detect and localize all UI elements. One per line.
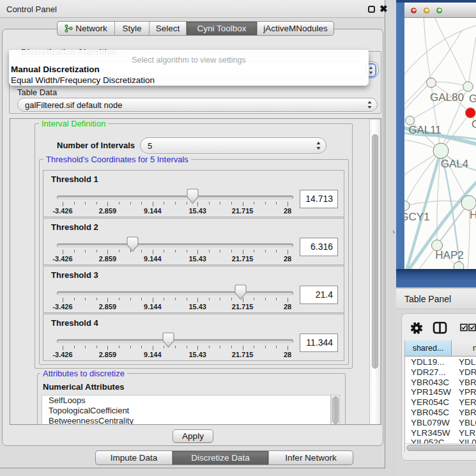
threshold-slider-track[interactable] xyxy=(57,339,293,343)
tab-style[interactable]: Style xyxy=(114,21,149,36)
graph-edge xyxy=(404,24,476,79)
number-of-intervals-select[interactable]: 5 xyxy=(140,137,326,154)
table-horizontal-scrollbar[interactable] xyxy=(405,443,476,452)
slider-tick-label: -3.426 xyxy=(47,303,79,311)
control-panel-titlebar[interactable]: Control Panel ✖ xyxy=(0,0,385,18)
tab-impute-data[interactable]: Impute Data xyxy=(95,450,172,465)
table-row[interactable]: YDL19...YDL19... xyxy=(405,357,476,367)
slider-tick-label: 2.859 xyxy=(91,207,123,215)
attribute-list-item[interactable]: TopologicalCoefficient xyxy=(42,406,330,416)
algorithm-option[interactable]: Manual Discretization xyxy=(11,65,100,74)
slider-major-tick xyxy=(153,250,153,254)
minimize-traffic-light[interactable] xyxy=(424,8,429,13)
table-row[interactable]: YDR27...YDR27... xyxy=(405,367,476,377)
slider-minor-tick xyxy=(175,346,176,348)
table-row[interactable]: YBL079WYBL079W xyxy=(405,418,476,427)
slider-minor-tick xyxy=(96,202,97,204)
threshold-value-field[interactable]: 11.344 xyxy=(300,334,338,352)
gear-icon[interactable] xyxy=(411,322,423,334)
table-cell-shared-name: YBR043C xyxy=(411,378,449,387)
table-data-label: Table Data xyxy=(17,88,57,97)
tab-discretize-data[interactable]: Discretize Data xyxy=(172,450,268,465)
apply-button[interactable]: Apply xyxy=(173,429,213,443)
threshold-slider-thumb[interactable] xyxy=(162,332,174,348)
slider-tick-label: 21.715 xyxy=(227,255,259,263)
slider-tick-label: 28 xyxy=(272,207,303,215)
slider-major-tick xyxy=(63,298,63,302)
close-traffic-light[interactable] xyxy=(411,8,417,13)
attributes-group-title: Attributes to discretize xyxy=(40,369,127,378)
threshold-slider-thumb[interactable] xyxy=(234,284,247,300)
threshold-panel: Threshold 3-3.4262.8599.14415.4321.71528… xyxy=(43,266,344,313)
slider-major-tick xyxy=(243,346,243,350)
slider-minor-tick xyxy=(85,298,86,300)
attributes-list-scrollbar-thumb[interactable] xyxy=(332,396,339,424)
settings-scrollbar-thumb[interactable] xyxy=(372,134,378,369)
checkbox-icon[interactable] xyxy=(469,325,475,331)
slider-minor-tick xyxy=(119,298,119,300)
table-data-select[interactable]: galFiltered.sif default node xyxy=(17,98,378,112)
graph-node-label: GAL xyxy=(469,93,476,105)
threshold-slider-thumb[interactable] xyxy=(187,188,199,204)
slider-major-tick xyxy=(107,346,108,350)
slider-minor-tick xyxy=(141,202,142,204)
threshold-value-field[interactable]: 14.713 xyxy=(300,190,338,208)
slider-minor-tick xyxy=(209,202,210,204)
slider-major-tick xyxy=(153,346,153,350)
table-row[interactable]: YLR345WYLR345W xyxy=(405,428,476,438)
interval-definition-group-title: Interval Definition xyxy=(39,119,108,128)
table-cell-shared-name: YPR145W xyxy=(411,387,451,397)
table-toolbar xyxy=(404,318,476,339)
attribute-list-item[interactable]: SelfLoops xyxy=(42,395,330,406)
slider-minor-tick xyxy=(209,250,210,252)
slider-minor-tick xyxy=(175,298,176,300)
checkbox-icon[interactable] xyxy=(461,325,467,331)
network-canvas[interactable]: GAL80GALCYGAL11GAL4GCY1HAHAP2 xyxy=(404,18,476,269)
algorithm-option[interactable]: Equal Width/Frequency Discretization xyxy=(11,75,155,85)
tab-jactivemnodules[interactable]: jActiveMNodules xyxy=(257,21,334,36)
close-icon[interactable]: ✖ xyxy=(380,3,388,15)
table-cell-shared-name: YDR27... xyxy=(411,367,446,377)
table-cell-name: YBR043C xyxy=(459,378,476,387)
table-cell-shared-name: YBR045C xyxy=(411,408,449,417)
float-window-icon[interactable] xyxy=(368,6,375,13)
attribute-list-item[interactable]: BetweennessCentrality xyxy=(42,416,330,425)
tab-infer-network[interactable]: Infer Network xyxy=(268,450,353,465)
tab-select[interactable]: Select xyxy=(149,21,186,36)
tab-cyni-toolbox[interactable]: Cyni Toolbox xyxy=(186,21,257,36)
table-cell-name: YDR27... xyxy=(459,367,476,377)
threshold-slider-track[interactable] xyxy=(57,243,293,247)
table-horizontal-scrollbar-thumb[interactable] xyxy=(406,445,476,451)
slider-minor-tick xyxy=(265,202,266,204)
threshold-value-field[interactable]: 21.4 xyxy=(300,286,338,304)
threshold-slider-track[interactable] xyxy=(57,196,293,199)
columns-icon[interactable] xyxy=(434,323,446,333)
table-row[interactable]: YER054CYER054C xyxy=(405,397,476,407)
table-row[interactable]: YBR045CYBR045C xyxy=(405,408,476,417)
slider-major-tick xyxy=(153,202,153,206)
numerical-attributes-list[interactable]: SelfLoopsTopologicalCoefficientBetweenne… xyxy=(42,395,331,425)
graph-node xyxy=(404,201,410,211)
attributes-list-scrollbar[interactable] xyxy=(331,395,340,425)
slider-minor-tick xyxy=(187,250,187,252)
slider-major-tick xyxy=(107,298,108,302)
threshold-slider-thumb[interactable] xyxy=(127,236,139,252)
column-header-name[interactable]: n xyxy=(452,341,476,357)
slider-major-tick xyxy=(288,298,288,302)
table-row[interactable]: YBR043CYBR043C xyxy=(405,378,476,387)
slider-major-tick xyxy=(63,250,63,254)
table-row[interactable]: YPR145WYPR145W xyxy=(405,387,476,397)
node-table: shared... n YDL19...YDL19...YDR27...YDR2… xyxy=(404,341,476,452)
settings-scrollbar[interactable] xyxy=(369,119,381,425)
tab-network[interactable]: Network xyxy=(57,21,114,36)
threshold-slider-track[interactable] xyxy=(57,291,293,295)
slider-minor-tick xyxy=(254,202,254,204)
graph-edge xyxy=(424,18,431,82)
slider-minor-tick xyxy=(231,346,232,348)
slider-minor-tick xyxy=(130,202,131,204)
table-panel-titlebar[interactable]: Table Panel xyxy=(396,288,476,309)
zoom-traffic-light[interactable] xyxy=(436,8,442,13)
threshold-panel: Threshold 1-3.4262.8599.14415.4321.71528… xyxy=(43,170,344,217)
column-header-shared-name[interactable]: shared... xyxy=(405,341,452,357)
threshold-value-field[interactable]: 6.316 xyxy=(300,238,338,256)
